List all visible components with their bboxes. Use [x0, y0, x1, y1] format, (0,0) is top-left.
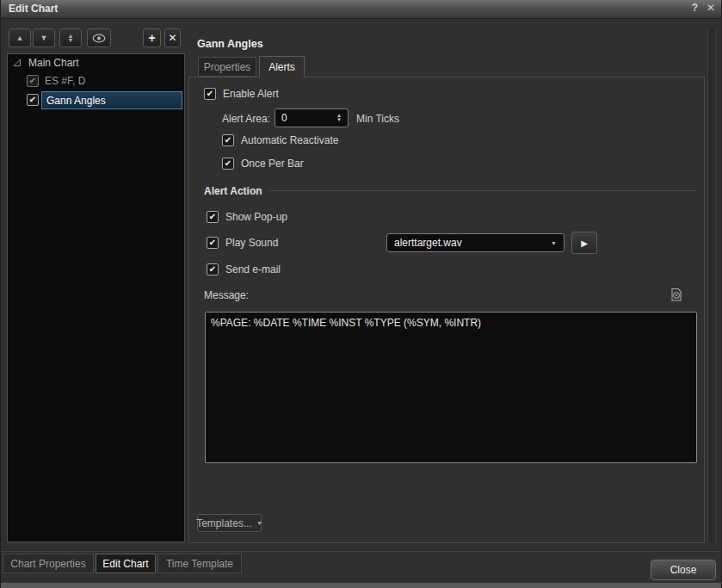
tree-item-label: Gann Angles: [46, 95, 106, 107]
alert-action-header: Alert Action: [204, 185, 262, 197]
arrow-up-icon: ▲: [16, 34, 24, 42]
scrollbar-track[interactable]: [707, 28, 716, 543]
automatic-reactivate-checkbox[interactable]: ✔: [222, 134, 234, 146]
title-bar: Edit Chart ? ✕: [1, 0, 722, 19]
min-ticks-label: Min Ticks: [356, 113, 399, 125]
tab-alerts[interactable]: Alerts: [259, 56, 305, 77]
show-popup-checkbox[interactable]: ✔: [207, 211, 219, 223]
send-email-checkbox[interactable]: ✔: [207, 263, 219, 275]
alert-area-input[interactable]: [275, 111, 325, 125]
reorder-button[interactable]: ▲▼: [59, 28, 82, 47]
eye-icon: [92, 34, 106, 43]
send-email-label: Send e-mail: [225, 263, 281, 275]
tree-item-instrument[interactable]: ✔ ES #F, D: [27, 75, 85, 87]
automatic-reactivate-row: ✔ Automatic Reactivate: [222, 134, 338, 146]
play-sound-label: Play Sound: [225, 237, 278, 249]
alert-area-label: Alert Area:: [222, 113, 270, 125]
window-close-icon[interactable]: ✕: [707, 2, 715, 14]
templates-button[interactable]: Templates... ▼: [197, 514, 262, 532]
tree-item-label: ES #F, D: [45, 75, 85, 87]
templates-label: Templates...: [196, 517, 252, 529]
bottom-divider: [1, 551, 722, 552]
bottom-tab-time-template[interactable]: Time Template: [157, 554, 242, 573]
show-popup-row: ✔ Show Pop-up: [207, 211, 287, 223]
instrument-checkbox[interactable]: ✔: [27, 75, 39, 87]
automatic-reactivate-label: Automatic Reactivate: [241, 134, 338, 146]
edit-chart-dialog: Edit Chart ? ✕ ▲ ▼ ▲▼ + ✕ Main Chart: [0, 0, 722, 588]
sound-file-dropdown[interactable]: alerttarget.wav ▼: [386, 233, 565, 252]
menu-arrow-icon: ▼: [256, 520, 262, 526]
study-title: Gann Angles: [197, 38, 263, 50]
selected-tree-item[interactable]: Gann Angles: [41, 91, 182, 109]
bottom-tab-edit-chart[interactable]: Edit Chart: [96, 554, 156, 573]
expander-icon[interactable]: [13, 59, 22, 67]
help-icon[interactable]: ?: [692, 2, 698, 14]
insert-variable-icon[interactable]: [670, 288, 683, 301]
play-sound-test-button[interactable]: ▶: [571, 232, 597, 254]
plus-icon: +: [148, 31, 155, 45]
move-down-button[interactable]: ▼: [33, 28, 55, 47]
chart-tree-panel: Main Chart ✔ ES #F, D ✔ Gann Angles: [7, 53, 185, 542]
send-email-row: ✔ Send e-mail: [207, 263, 281, 275]
visibility-button[interactable]: [87, 28, 111, 47]
close-button[interactable]: Close: [651, 560, 716, 580]
chevron-down-icon: ▼: [551, 240, 564, 246]
close-icon: ✕: [168, 32, 176, 44]
once-per-bar-label: Once Per Bar: [241, 158, 304, 170]
tree-item-main-chart[interactable]: Main Chart: [13, 57, 79, 69]
move-up-button[interactable]: ▲: [9, 28, 31, 47]
show-popup-label: Show Pop-up: [225, 211, 287, 223]
play-sound-checkbox[interactable]: ✔: [207, 237, 219, 249]
once-per-bar-checkbox[interactable]: ✔: [222, 158, 234, 170]
once-per-bar-row: ✔ Once Per Bar: [222, 158, 304, 170]
tree-item-study[interactable]: ✔: [27, 94, 39, 106]
sort-arrows-icon: ▲▼: [68, 34, 74, 42]
alert-area-spinner: ▲▼: [275, 108, 349, 127]
section-divider: [269, 190, 696, 191]
sound-file-value: alerttarget.wav: [387, 237, 462, 249]
message-label: Message:: [204, 289, 249, 301]
play-sound-row: ✔ Play Sound: [207, 237, 278, 249]
add-study-button[interactable]: +: [143, 28, 161, 47]
arrow-down-icon: ▼: [40, 34, 48, 42]
play-icon: ▶: [581, 238, 588, 248]
window-bottom-edge: [1, 583, 722, 588]
tab-properties[interactable]: Properties: [198, 57, 256, 77]
remove-study-button[interactable]: ✕: [164, 28, 181, 47]
spinner-arrows-icon[interactable]: ▲▼: [336, 114, 348, 122]
tree-item-label: Main Chart: [28, 57, 79, 69]
enable-alert-row: ✔ Enable Alert: [204, 88, 279, 100]
enable-alert-label: Enable Alert: [223, 88, 279, 100]
alerts-tab-pane: [188, 77, 705, 543]
enable-alert-checkbox[interactable]: ✔: [204, 88, 216, 100]
study-checkbox[interactable]: ✔: [27, 94, 39, 106]
bottom-tab-chart-properties[interactable]: Chart Properties: [3, 554, 94, 573]
message-textarea[interactable]: %PAGE: %DATE %TIME %INST %TYPE (%SYM, %I…: [205, 312, 697, 463]
window-title: Edit Chart: [9, 3, 58, 15]
